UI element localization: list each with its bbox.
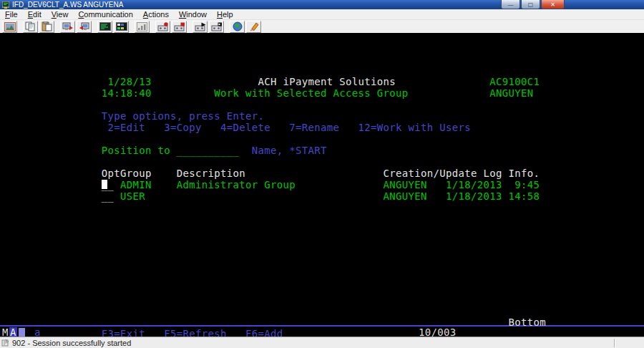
paste-icon (42, 21, 52, 32)
screen-capture-icon (4, 22, 16, 32)
titlebar: IFD_DEV6CLT_A.WS ANGUYENA — ▢ ✕ (0, 0, 644, 9)
toolbar-group (2, 21, 17, 33)
menu-bar: FileEditViewCommunicationActionsWindowHe… (0, 9, 644, 20)
record-macro-icon (157, 22, 169, 32)
maximize-button[interactable]: ▢ (521, 0, 540, 9)
toolbar-group (192, 21, 224, 33)
screen-date: 1/28/13 (108, 76, 152, 87)
highlighter-button[interactable] (246, 21, 261, 33)
log-time-user: 14:58 (509, 190, 540, 202)
record-macro-button[interactable] (155, 21, 170, 33)
close-button[interactable]: ✕ (541, 0, 565, 9)
web-browser-icon (233, 21, 243, 32)
oia-status-block (19, 328, 25, 337)
oia-system-indicator: M (2, 327, 9, 337)
group-name-admin: ADMIN (120, 179, 152, 190)
screen-program-id: AC9100C1 (489, 76, 540, 87)
step-macro-icon (211, 22, 223, 32)
color-setup-icon (116, 22, 127, 32)
app-icon (2, 1, 9, 9)
screen-app-title: ACH iPayment Solutions (258, 76, 396, 87)
window-title: IFD_DEV6CLT_A.WS ANGUYENA (12, 1, 123, 9)
text-cursor (102, 180, 107, 189)
toolbar-group (60, 21, 92, 33)
toolbar (0, 20, 644, 33)
screen-subtitle: Work with Selected Access Group (214, 87, 408, 99)
instructions-text: Type options, press Enter. (102, 110, 264, 122)
terminal-screen[interactable]: M A a 10/003 1/28/13ACH iPayment Solutio… (0, 33, 644, 337)
stop-macro-icon (174, 22, 185, 32)
log-date-user: 1/18/2013 (446, 190, 502, 202)
oia-shift-indicator: a (34, 327, 41, 337)
display-sessions-icon (99, 22, 111, 32)
oia-cursor-position: 10/003 (419, 327, 457, 337)
log-user-admin: ANGUYEN (384, 179, 427, 190)
option-key-legend: 2=Edit 3=Copy 4=Delete 7=Rename 12=Work … (108, 122, 471, 133)
col-header-log-info: Creation/Update Log Info. (384, 168, 540, 179)
step-macro-button[interactable] (209, 21, 224, 33)
position-to-label: Position to (102, 145, 170, 156)
stop-macro-button[interactable] (172, 21, 187, 33)
highlighter-icon (249, 21, 259, 32)
graph-icon (137, 22, 147, 32)
col-header-opt: Opt (102, 168, 120, 179)
status-message-icon (1, 339, 9, 347)
screen-capture-button[interactable] (2, 21, 17, 33)
status-divider (614, 339, 615, 347)
menu-edit[interactable]: Edit (23, 9, 47, 19)
opt-field-user[interactable]: __ (102, 190, 114, 202)
emulator-window: IFD_DEV6CLT_A.WS ANGUYENA — ▢ ✕ FileEdit… (0, 0, 644, 348)
group-description-admin: Administrator Group (177, 179, 296, 190)
color-setup-button[interactable] (114, 21, 129, 33)
position-to-hint: Name, *START (252, 145, 327, 156)
send-file-button[interactable] (60, 21, 75, 33)
send-file-icon (62, 22, 74, 32)
col-header-group: Group (120, 168, 152, 179)
menu-help[interactable]: Help (212, 9, 238, 19)
menu-file[interactable]: File (0, 9, 23, 19)
web-browser-button[interactable] (230, 21, 245, 33)
menu-window[interactable]: Window (174, 9, 212, 19)
bottom-indicator: Bottom (509, 316, 547, 328)
col-header-description: Description (177, 168, 245, 179)
oia-separator (0, 325, 644, 327)
log-user-user: ANGUYEN (384, 190, 427, 202)
toolbar-group (155, 21, 187, 33)
minimize-button[interactable]: — (501, 0, 520, 9)
graph-button[interactable] (135, 21, 150, 33)
screen-time: 14:18:40 (102, 87, 152, 99)
toolbar-group (230, 21, 261, 33)
log-date-admin: 1/18/2013 (446, 179, 502, 190)
position-to-field[interactable]: __________ (177, 145, 240, 156)
menu-communication[interactable]: Communication (73, 9, 137, 19)
status-bar: 902 - Session successfully started (0, 337, 644, 348)
status-message: 902 - Session successfully started (12, 339, 131, 347)
paste-button[interactable] (39, 21, 54, 33)
copy-icon (25, 21, 36, 32)
display-sessions-button[interactable] (97, 21, 112, 33)
menu-view[interactable]: View (47, 9, 74, 19)
screen-user: ANGUYEN (489, 87, 533, 99)
toolbar-group (135, 21, 150, 33)
toolbar-group (97, 21, 129, 33)
receive-file-icon (79, 22, 90, 32)
play-macro-icon (195, 22, 206, 32)
log-time-admin: 9:45 (514, 179, 540, 190)
copy-button[interactable] (23, 21, 38, 33)
receive-file-button[interactable] (77, 21, 92, 33)
oia-attention-indicator: A (9, 327, 17, 337)
menu-actions[interactable]: Actions (138, 9, 174, 19)
toolbar-group (23, 21, 54, 33)
play-macro-button[interactable] (192, 21, 208, 33)
group-name-user: USER (120, 190, 145, 202)
